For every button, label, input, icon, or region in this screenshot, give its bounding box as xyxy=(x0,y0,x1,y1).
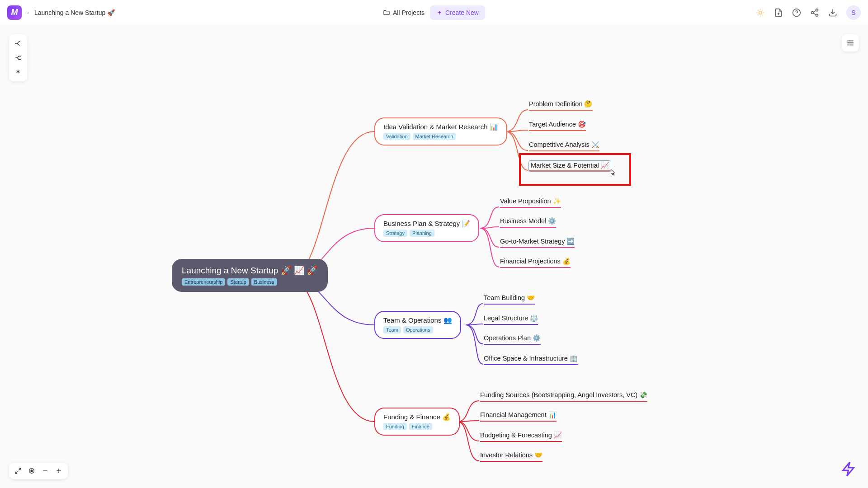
user-avatar[interactable]: S xyxy=(846,5,861,20)
help-icon[interactable] xyxy=(792,8,801,17)
all-projects-label: All Projects xyxy=(393,9,425,16)
branch-node[interactable]: Funding & Finance 💰FundingFinance xyxy=(374,408,460,436)
branch-tag[interactable]: Finance xyxy=(409,423,432,430)
lightning-icon[interactable] xyxy=(841,461,857,477)
leaf-node[interactable]: Financial Management 📊 xyxy=(480,411,557,422)
root-tag[interactable]: Entrepreneurship xyxy=(182,278,225,286)
branch-tag[interactable]: Validation xyxy=(383,133,410,140)
header-right: S xyxy=(756,5,861,20)
leaf-node[interactable]: Value Proposition ✨ xyxy=(500,197,561,208)
leaf-node[interactable]: Funding Sources (Bootstrapping, Angel In… xyxy=(480,391,647,402)
branch-tag[interactable]: Planning xyxy=(410,230,434,237)
branch-tags: FundingFinance xyxy=(383,423,451,430)
leaf-node[interactable]: Business Model ⚙️ xyxy=(500,217,556,228)
leaf-node[interactable]: Team Building 🤝 xyxy=(484,294,535,305)
leaf-node[interactable]: Competitive Analysis ⚔️ xyxy=(529,141,599,151)
svg-point-4 xyxy=(816,14,818,16)
sun-icon[interactable] xyxy=(756,8,765,17)
zoom-out-icon[interactable] xyxy=(42,467,49,474)
share-icon[interactable] xyxy=(810,8,819,17)
leaf-node[interactable]: Legal Structure ⚖️ xyxy=(484,314,538,325)
svg-point-0 xyxy=(759,11,762,14)
root-tag[interactable]: Business xyxy=(251,278,277,286)
svg-point-6 xyxy=(31,470,33,472)
branch-node[interactable]: Team & Operations 👥TeamOperations xyxy=(374,311,461,339)
zoom-in-icon[interactable] xyxy=(55,467,62,474)
branch-tags: ValidationMarket Research xyxy=(383,133,498,140)
download-icon[interactable] xyxy=(828,8,837,17)
app-logo[interactable]: M xyxy=(7,5,22,20)
project-title[interactable]: Launching a New Startup 🚀 xyxy=(34,9,115,16)
branch-title: Idea Validation & Market Research 📊 xyxy=(383,123,498,131)
branch-node[interactable]: Business Plan & Strategy 📝StrategyPlanni… xyxy=(374,214,479,242)
leaf-node[interactable]: Problem Definition 🤔 xyxy=(529,100,593,111)
branch-tag[interactable]: Funding xyxy=(383,423,407,430)
bottom-toolbar xyxy=(9,463,68,479)
folder-icon xyxy=(383,9,390,16)
leaf-node[interactable]: Budgeting & Forecasting 📈 xyxy=(480,432,562,442)
leaf-node[interactable]: Financial Projections 💰 xyxy=(500,258,571,268)
branch-tag[interactable]: Operations xyxy=(403,326,433,333)
root-tag[interactable]: Startup xyxy=(227,278,249,286)
mindmap-canvas[interactable]: Launching a New Startup 🚀 📈 🚀 Entreprene… xyxy=(0,25,868,488)
leaf-node[interactable]: Target Audience 🎯 xyxy=(529,121,586,131)
branch-node[interactable]: Idea Validation & Market Research 📊Valid… xyxy=(374,117,507,145)
leaf-node[interactable]: Go-to-Market Strategy ➡️ xyxy=(500,238,575,248)
plus-icon xyxy=(436,9,443,16)
branch-tag[interactable]: Market Research xyxy=(413,133,456,140)
header: M › Launching a New Startup 🚀 All Projec… xyxy=(0,0,868,25)
branch-tags: StrategyPlanning xyxy=(383,230,470,237)
file-icon[interactable] xyxy=(774,8,783,17)
breadcrumb-chevron: › xyxy=(27,9,29,16)
leaf-node[interactable]: Operations Plan ⚙️ xyxy=(484,334,541,345)
svg-point-3 xyxy=(811,11,814,14)
create-new-button[interactable]: Create New xyxy=(430,5,485,20)
leaf-node[interactable]: Office Space & Infrastructure 🏢 xyxy=(484,355,578,365)
root-node[interactable]: Launching a New Startup 🚀 📈 🚀 Entreprene… xyxy=(172,259,328,292)
leaf-node[interactable]: Market Size & Potential 📈 xyxy=(529,161,611,171)
locate-icon[interactable] xyxy=(28,467,35,474)
branch-title: Team & Operations 👥 xyxy=(383,316,452,324)
branch-tags: TeamOperations xyxy=(383,326,452,333)
root-title: Launching a New Startup 🚀 📈 🚀 xyxy=(182,265,318,276)
branch-tag[interactable]: Team xyxy=(383,326,401,333)
create-new-label: Create New xyxy=(445,9,479,16)
branch-title: Funding & Finance 💰 xyxy=(383,413,451,421)
all-projects-link[interactable]: All Projects xyxy=(383,9,425,16)
branch-tag[interactable]: Strategy xyxy=(383,230,407,237)
svg-point-2 xyxy=(816,9,818,11)
branch-title: Business Plan & Strategy 📝 xyxy=(383,220,470,228)
root-tags: Entrepreneurship Startup Business xyxy=(182,278,318,286)
expand-icon[interactable] xyxy=(14,467,22,474)
header-center: All Projects Create New xyxy=(383,5,485,20)
leaf-node[interactable]: Investor Relations 🤝 xyxy=(480,451,542,462)
